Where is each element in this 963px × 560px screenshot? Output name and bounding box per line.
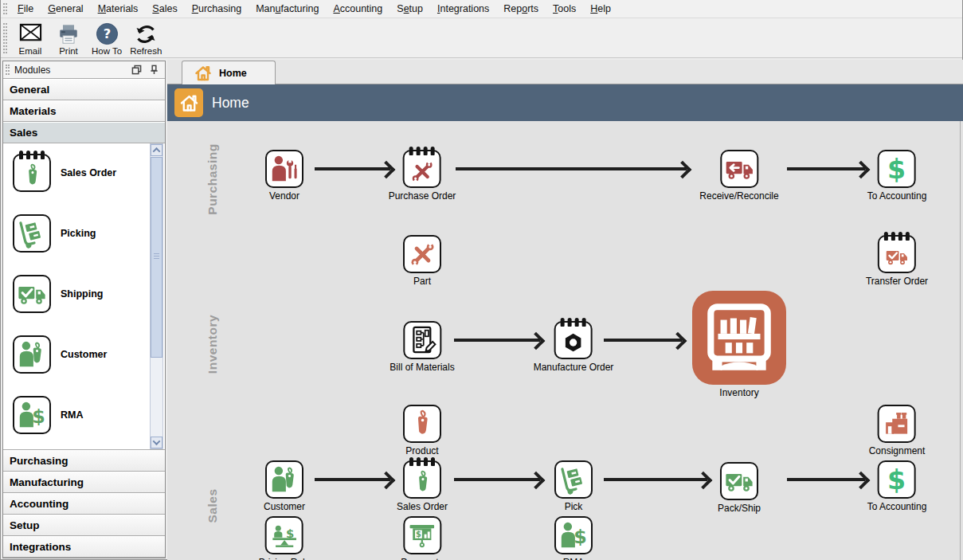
scroll-down-button[interactable] bbox=[151, 437, 162, 448]
menu-purchasing[interactable]: Purchasing bbox=[185, 0, 249, 18]
node-manufacture-order[interactable]: Manufacture Order bbox=[534, 321, 614, 373]
scrollbar-thumb[interactable] bbox=[151, 157, 162, 358]
sidebar-section-integrations[interactable]: Integrations bbox=[3, 536, 165, 558]
node-transfer-order[interactable]: Transfer Order bbox=[866, 235, 928, 287]
print-button[interactable]: Print bbox=[50, 21, 87, 57]
sidebar-item-sales-order[interactable]: Sales Order bbox=[13, 154, 116, 192]
sidebar-section-general[interactable]: General bbox=[3, 79, 165, 100]
menu-accounting[interactable]: Accounting bbox=[326, 0, 390, 18]
node-receive-reconcile[interactable]: Receive/Reconcile bbox=[699, 150, 778, 202]
row-label-sales: Sales bbox=[206, 488, 220, 523]
sidebar-item-customer[interactable]: Customer bbox=[13, 335, 107, 374]
node-pricing-rule[interactable]: $ Pricing Rule bbox=[259, 516, 311, 560]
sidebar-section-sales[interactable]: Sales bbox=[3, 122, 165, 143]
flow-arrow bbox=[787, 478, 865, 481]
svg-text:$: $ bbox=[416, 530, 421, 538]
tab-label: Home bbox=[219, 68, 247, 79]
menu-general[interactable]: General bbox=[41, 0, 90, 18]
node-label: To Accounting bbox=[867, 501, 927, 512]
node-bill-of-materials[interactable]: Bill of Materials bbox=[390, 321, 454, 373]
print-icon bbox=[57, 22, 80, 46]
node-label: Vendor bbox=[269, 190, 299, 202]
product-icon bbox=[403, 405, 441, 443]
sidebar-scrollbar[interactable] bbox=[150, 143, 163, 449]
sidebar-section-setup[interactable]: Setup bbox=[3, 515, 165, 536]
part-icon bbox=[403, 235, 441, 273]
menu-file[interactable]: File bbox=[10, 0, 41, 18]
menu-manufacturing[interactable]: Manufacturing bbox=[249, 0, 326, 18]
sidebar-item-label: RMA bbox=[61, 409, 83, 421]
sidebar-section-materials[interactable]: Materials bbox=[3, 100, 165, 122]
restore-icon[interactable] bbox=[131, 65, 142, 75]
flow-arrow bbox=[787, 167, 865, 170]
node-to-accounting-sales[interactable]: $To Accounting bbox=[867, 460, 927, 512]
sidebar-section-purchasing[interactable]: Purchasing bbox=[3, 450, 165, 472]
sidebar-section-manufacturing[interactable]: Manufacturing bbox=[3, 472, 165, 493]
menu-help[interactable]: Help bbox=[583, 0, 618, 18]
picking-icon bbox=[13, 214, 51, 253]
email-button[interactable]: Email bbox=[12, 21, 49, 57]
menu-tools[interactable]: Tools bbox=[546, 0, 583, 18]
notepad-binding bbox=[409, 147, 435, 155]
sidebar-item-label: Picking bbox=[61, 228, 96, 239]
toolbar-button-label: Refresh bbox=[130, 46, 162, 56]
sidebar-section-accounting[interactable]: Accounting bbox=[3, 493, 165, 515]
sidebar-item-label: Customer bbox=[61, 349, 107, 360]
pin-icon[interactable] bbox=[149, 65, 159, 75]
notepad-binding bbox=[409, 457, 435, 466]
node-rma[interactable]: $RMA bbox=[554, 516, 593, 560]
node-payments[interactable]: $ Payments bbox=[401, 516, 443, 560]
toolbar: Email Print ? How To Refresh bbox=[1, 18, 962, 58]
manufacture-order-icon bbox=[554, 321, 593, 359]
home-icon bbox=[174, 88, 203, 117]
inventory-icon bbox=[692, 291, 786, 385]
menu-sales[interactable]: Sales bbox=[145, 0, 184, 18]
node-customer[interactable]: Customer bbox=[264, 460, 305, 512]
toolbar-grip[interactable] bbox=[3, 23, 7, 53]
node-label: Manufacture Order bbox=[534, 362, 614, 373]
tab-home[interactable]: Home bbox=[182, 61, 276, 84]
how-to-button[interactable]: ? How To bbox=[88, 21, 125, 57]
node-pick[interactable]: Pick bbox=[554, 460, 593, 512]
toolbar-button-label: Print bbox=[59, 46, 78, 56]
sidebar-item-picking[interactable]: Picking bbox=[13, 214, 96, 253]
node-label: Part bbox=[413, 276, 431, 287]
svg-text:$: $ bbox=[887, 464, 906, 495]
menu-setup[interactable]: Setup bbox=[390, 0, 430, 18]
node-pack-ship[interactable]: Pack/Ship bbox=[718, 462, 761, 514]
flow-arrow bbox=[454, 339, 540, 342]
node-product[interactable]: Product bbox=[403, 405, 441, 456]
modules-grip[interactable] bbox=[6, 65, 10, 75]
node-part[interactable]: Part bbox=[403, 235, 441, 287]
node-sales-order[interactable]: Sales Order bbox=[397, 460, 448, 512]
node-label: Pick bbox=[565, 501, 583, 512]
node-label: Customer bbox=[264, 501, 305, 512]
node-to-accounting-purchasing[interactable]: $To Accounting bbox=[867, 150, 927, 202]
node-vendor[interactable]: Vendor bbox=[265, 150, 303, 202]
node-consignment[interactable]: Consignment bbox=[869, 405, 926, 456]
node-purchase-order[interactable]: Purchase Order bbox=[389, 150, 456, 202]
menu-materials[interactable]: Materials bbox=[91, 0, 146, 18]
node-label: Product bbox=[405, 445, 438, 456]
modules-panel: Modules GeneralMaterialsSales Sales Orde… bbox=[2, 61, 166, 558]
refresh-button[interactable]: Refresh bbox=[127, 21, 165, 57]
modules-sections: GeneralMaterialsSales Sales Order Pickin… bbox=[3, 79, 165, 558]
svg-text:$: $ bbox=[32, 405, 45, 428]
sidebar-module-list: Sales Order Picking Shipping Customer $R… bbox=[3, 143, 165, 450]
menu-integrations[interactable]: Integrations bbox=[430, 0, 496, 18]
flow-arrow bbox=[315, 167, 390, 170]
node-label: Bill of Materials bbox=[390, 362, 454, 373]
sales-order-icon bbox=[13, 154, 51, 192]
menu-reports[interactable]: Reports bbox=[496, 0, 546, 18]
notepad-binding bbox=[19, 151, 45, 159]
modules-panel-header: Modules bbox=[3, 61, 165, 79]
sidebar-item-shipping[interactable]: Shipping bbox=[13, 275, 103, 313]
sidebar-item-rma[interactable]: $RMA bbox=[13, 396, 83, 434]
node-inventory[interactable]: Inventory bbox=[692, 291, 786, 398]
notepad-binding bbox=[884, 232, 910, 241]
scroll-up-button[interactable] bbox=[151, 144, 162, 156]
menu-grip[interactable] bbox=[3, 3, 7, 14]
app-window: FileGeneralMaterialsSalesPurchasingManuf… bbox=[0, 0, 963, 560]
bom-icon bbox=[403, 321, 441, 359]
dollar-icon: $ bbox=[878, 150, 916, 188]
